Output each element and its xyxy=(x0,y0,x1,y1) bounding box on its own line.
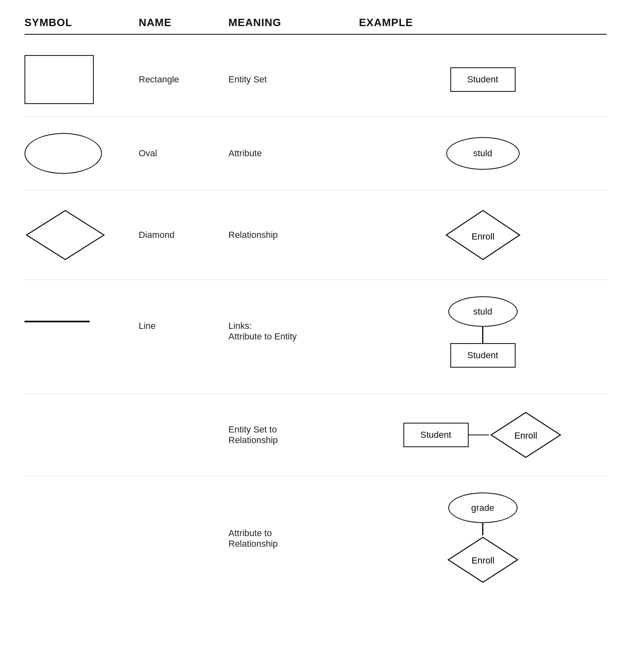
meaning-entity-rel-1: Entity Set to xyxy=(228,424,277,435)
attr-rel-connector xyxy=(482,523,483,535)
oval-shape xyxy=(24,133,102,174)
row-line: Line Links: Attribute to Entity stuld St… xyxy=(24,280,607,394)
entity-rel-line xyxy=(469,435,489,436)
example-diamond: Enroll xyxy=(359,208,607,262)
symbol-diamond xyxy=(24,208,139,262)
meaning-line-2: Attribute to Entity xyxy=(228,331,297,342)
meaning-diamond: Relationship xyxy=(228,230,359,240)
example-attr-rel: grade Enroll xyxy=(359,492,607,584)
example-line: stuld Student xyxy=(359,296,607,368)
name-oval: Oval xyxy=(139,148,228,159)
row-diamond: Diamond Relationship Enroll xyxy=(24,190,607,280)
meaning-attr-rel-1: Attribute to xyxy=(228,528,272,538)
header-meaning: MEANING xyxy=(228,16,359,29)
entity-rel-rect-label: Student xyxy=(421,430,452,440)
example-diamond-label: Enroll xyxy=(471,231,494,241)
entity-rel-diamond: Enroll xyxy=(489,410,562,459)
example-diamond-svg: Enroll xyxy=(444,208,522,262)
line-example-rect-label: Student xyxy=(467,350,498,361)
symbol-line xyxy=(24,296,139,322)
example-rectangle: Student xyxy=(359,67,607,92)
row-attribute-to-relationship: Attribute to Relationship grade Enroll xyxy=(24,476,607,601)
meaning-oval: Attribute xyxy=(228,148,359,159)
meaning-entity-rel-2: Relationship xyxy=(228,435,278,445)
entity-rel-diamond-label: Enroll xyxy=(514,430,537,441)
header-name: NAME xyxy=(139,16,228,29)
meaning-entity-rel: Entity Set to Relationship xyxy=(228,424,359,446)
entity-rel-rect: Student xyxy=(403,423,469,447)
attr-rel-diamond-svg: Enroll xyxy=(446,535,520,584)
example-oval: stuld xyxy=(359,137,607,170)
name-rectangle: Rectangle xyxy=(139,74,228,85)
entity-rel-diamond-svg: Enroll xyxy=(489,410,562,459)
line-example-oval-label: stuld xyxy=(473,306,492,317)
attr-rel-example-group: grade Enroll xyxy=(446,492,520,584)
table-header: SYMBOL NAME MEANING EXAMPLE xyxy=(24,16,607,35)
example-oval-shape: stuld xyxy=(446,137,520,170)
line-shape xyxy=(24,321,90,322)
attr-rel-diamond-label: Enroll xyxy=(471,555,494,566)
attr-rel-oval-label: grade xyxy=(471,503,494,513)
attr-rel-diamond: Enroll xyxy=(446,535,520,584)
line-example-oval: stuld xyxy=(448,296,518,327)
line-example-connector xyxy=(482,327,483,343)
meaning-attr-rel-2: Relationship xyxy=(228,539,278,549)
header-example: EXAMPLE xyxy=(359,16,607,29)
entity-rel-example-group: Student Enroll xyxy=(403,410,562,459)
header-symbol: SYMBOL xyxy=(24,16,139,29)
symbol-rectangle xyxy=(24,55,139,104)
example-rectangle-shape: Student xyxy=(450,67,516,92)
meaning-line: Links: Attribute to Entity xyxy=(228,296,359,342)
example-oval-label: stuld xyxy=(473,148,492,159)
example-entity-rel: Student Enroll xyxy=(359,410,607,459)
attr-rel-oval: grade xyxy=(448,492,518,523)
symbol-oval xyxy=(24,133,139,174)
svg-marker-0 xyxy=(27,211,104,259)
row-rectangle: Rectangle Entity Set Student xyxy=(24,43,607,117)
rectangle-shape xyxy=(24,55,94,104)
example-diamond-shape: Enroll xyxy=(444,208,522,262)
diamond-shape xyxy=(24,208,106,262)
example-rectangle-label: Student xyxy=(467,74,498,85)
meaning-rectangle: Entity Set xyxy=(228,74,359,85)
meaning-attr-rel: Attribute to Relationship xyxy=(228,528,359,549)
row-entity-set-to-relationship: Entity Set to Relationship Student Enrol… xyxy=(24,394,607,476)
line-example-group: stuld Student xyxy=(448,296,518,368)
name-line: Line xyxy=(139,296,228,331)
meaning-line-1: Links: xyxy=(228,321,252,331)
line-example-rect: Student xyxy=(450,343,516,368)
name-diamond: Diamond xyxy=(139,230,228,240)
row-oval: Oval Attribute stuld xyxy=(24,117,607,190)
